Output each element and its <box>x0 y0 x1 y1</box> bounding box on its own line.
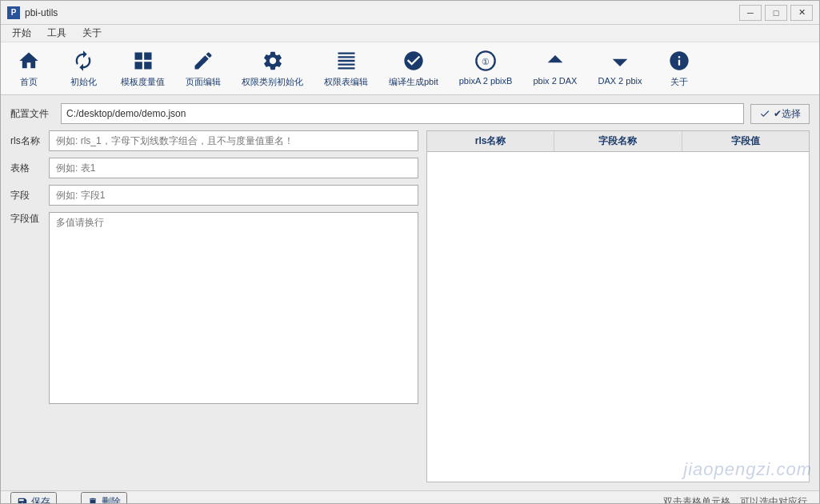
col-field-name: 字段名称 <box>554 131 682 151</box>
home-icon <box>17 49 41 73</box>
form-table-area: rls名称 表格 字段 字段值 rls名称 字段名称 字段值 <box>10 130 810 482</box>
left-form: rls名称 表格 字段 字段值 <box>10 130 418 482</box>
home-label: 首页 <box>20 76 38 88</box>
rls-init-icon <box>261 49 285 73</box>
toolbar-pbix2dax[interactable]: pbix 2 DAX <box>530 47 580 87</box>
toolbar-about[interactable]: 关于 <box>659 47 699 90</box>
title-bar-controls: ─ □ ✕ <box>739 5 813 21</box>
page-edit-icon <box>191 49 215 73</box>
table-label: 表格 <box>10 162 42 175</box>
about-label: 关于 <box>670 76 688 88</box>
pbix2dax-label: pbix 2 DAX <box>533 76 577 86</box>
status-hint: 双击表格单元格，可以选中对应行. <box>663 495 810 504</box>
field-value-textarea[interactable] <box>49 212 418 404</box>
pbix2dax-icon <box>543 49 567 73</box>
pbix2pbixb-icon: ① <box>474 49 498 73</box>
minimize-button[interactable]: ─ <box>739 5 762 21</box>
config-input[interactable] <box>61 103 744 124</box>
bottom-bar: 保存 删除 双击表格单元格，可以选中对应行. <box>1 490 819 504</box>
toolbar-pbix2pbixb[interactable]: ① pbixA 2 pbixB <box>456 47 516 87</box>
toolbar-init[interactable]: 初始化 <box>63 47 103 90</box>
table-row-form: 表格 <box>10 158 418 178</box>
template-icon <box>131 49 155 73</box>
menu-item-start[interactable]: 开始 <box>4 25 39 42</box>
toolbar-compile[interactable]: 编译生成pbit <box>386 47 442 90</box>
dax2pbix-icon <box>608 49 632 73</box>
app-title: pbi-utils <box>25 7 58 18</box>
config-row: 配置文件 ✔选择 <box>10 103 810 124</box>
field-value-label: 字段值 <box>10 212 42 226</box>
rls-table-icon <box>334 49 358 73</box>
toolbar-rls-init[interactable]: 权限类别初始化 <box>238 47 306 90</box>
title-bar: P pbi-utils ─ □ ✕ <box>1 1 819 25</box>
save-label: 保存 <box>31 495 50 504</box>
menu-item-about[interactable]: 关于 <box>74 25 110 42</box>
toolbar-page-edit[interactable]: 页面编辑 <box>182 47 224 90</box>
choose-icon <box>759 108 770 119</box>
toolbar-dax2pbix[interactable]: DAX 2 pbix <box>594 47 645 87</box>
compile-icon <box>402 49 426 73</box>
pbix2pbixb-label: pbixA 2 pbixB <box>459 76 513 86</box>
main-content: 配置文件 ✔选择 rls名称 表格 字段 字段值 <box>1 95 819 490</box>
title-bar-left: P pbi-utils <box>7 6 58 19</box>
table-header: rls名称 字段名称 字段值 <box>427 131 809 152</box>
delete-icon <box>87 497 98 505</box>
init-icon <box>71 49 95 73</box>
config-label: 配置文件 <box>10 107 54 121</box>
toolbar-rls-table[interactable]: 权限表编辑 <box>321 47 371 90</box>
menu-bar: 开始 工具 关于 <box>1 25 819 42</box>
choose-label: ✔选择 <box>774 107 801 121</box>
rls-label: rls名称 <box>10 134 42 148</box>
table-input[interactable] <box>49 158 418 178</box>
template-label: 模板度量值 <box>121 76 165 88</box>
rls-init-label: 权限类别初始化 <box>242 76 303 88</box>
compile-label: 编译生成pbit <box>389 76 438 88</box>
col-rls-name: rls名称 <box>427 131 554 151</box>
save-icon <box>17 497 28 505</box>
rls-input[interactable] <box>49 130 418 151</box>
svg-text:①: ① <box>482 57 490 66</box>
page-edit-label: 页面编辑 <box>186 76 221 88</box>
col-field-value: 字段值 <box>682 131 809 151</box>
field-value-row: 字段值 <box>10 212 418 404</box>
field-label: 字段 <box>10 189 42 202</box>
about-icon <box>667 49 691 73</box>
dax2pbix-label: DAX 2 pbix <box>598 76 642 86</box>
close-button[interactable]: ✕ <box>790 5 813 21</box>
save-button[interactable]: 保存 <box>10 492 57 504</box>
toolbar: 首页 初始化 模板度量值 页面编辑 权限类别初始化 <box>1 42 819 95</box>
init-label: 初始化 <box>70 76 97 88</box>
app-icon: P <box>7 6 20 19</box>
delete-label: 删除 <box>102 495 121 504</box>
field-input[interactable] <box>49 185 418 206</box>
toolbar-home[interactable]: 首页 <box>9 47 49 90</box>
menu-item-tools[interactable]: 工具 <box>39 25 74 42</box>
maximize-button[interactable]: □ <box>765 5 787 21</box>
right-table: rls名称 字段名称 字段值 <box>426 130 810 482</box>
field-row: 字段 <box>10 185 418 206</box>
toolbar-template[interactable]: 模板度量值 <box>118 47 168 90</box>
rls-table-label: 权限表编辑 <box>324 76 368 88</box>
choose-button[interactable]: ✔选择 <box>750 104 810 124</box>
rls-row: rls名称 <box>10 130 418 151</box>
delete-button[interactable]: 删除 <box>81 492 127 504</box>
table-body <box>427 152 809 482</box>
